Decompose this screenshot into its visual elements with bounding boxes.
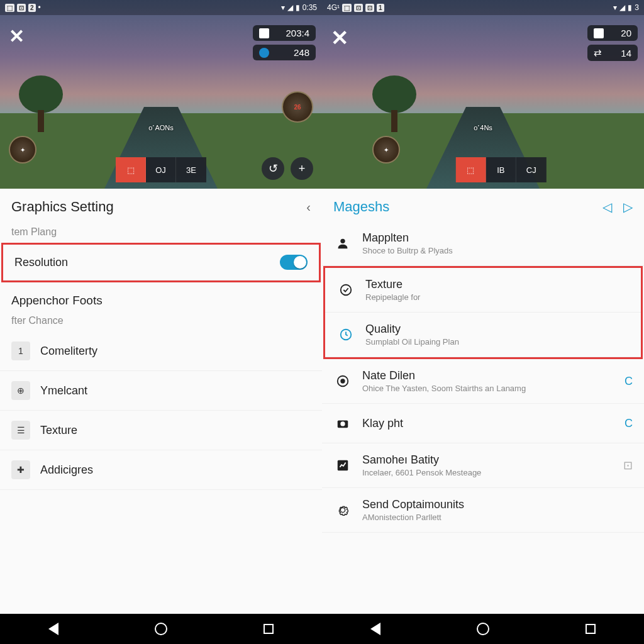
game-preview: ✕ 20 ⇄14 ✦ oʼ4Ns ⬚ IB CJ [322,0,644,189]
row-quality[interactable]: QualitySumplabl Oil Lipaing Plan [325,313,641,357]
hud-btn-3[interactable]: CJ [516,157,547,182]
status-right: ▾ ◢ ▮ 0:35 [281,3,317,12]
plus-icon: ✚ [11,460,30,479]
status-badge: ⊡ [354,4,363,12]
recent-button[interactable] [261,621,276,636]
row-send-copt[interactable]: Send CoptaimounitsAMonistection Parllett [322,488,644,533]
highlight-texture-quality: TextureRepipelagle for QualitySumplabl O… [323,266,643,359]
row-item[interactable]: ☰ Texture [0,411,322,450]
battery-icon: ▮ [628,3,632,12]
row-sub: Incelaer, 6601 Pensok Mesteage [362,468,613,477]
row-label: Mapplten [362,231,633,245]
hud-stat-2[interactable]: ⇄14 [587,45,638,61]
clock-icon [336,325,355,344]
status-badge: ⊡ [17,4,26,12]
game-preview: ✕ 203:4 248 26 ✦ oʼAONs ⬚ OJ 3E ↺ + [0,0,322,189]
hud-btn-3[interactable]: 3E [176,157,206,182]
row-label: Klay pht [362,417,614,430]
back-button[interactable] [46,621,61,636]
close-icon[interactable]: ✕ [331,25,348,50]
row-label: Nate Dilen [362,369,614,382]
row-item[interactable]: ⊕ Ymelcant [0,371,322,411]
back-icon[interactable]: ‹ [306,200,311,214]
home-button[interactable] [153,621,169,636]
settings-panel: Mageshs ◁ ▷ MappltenShoce to Bultrp & Pl… [322,189,644,614]
hud-stats: 203:4 248 [253,25,316,60]
wifi-icon: ▾ [613,3,617,12]
row-label: Comeliterty [40,345,311,358]
status-dot: • [38,3,41,12]
swap-icon: ⇄ [594,47,602,58]
row-nate-dilen[interactable]: Nate DilenOhice The Yasten, Soom Stairth… [322,359,644,404]
row-label: Resolution [14,256,270,269]
section-heading: Appenchor Foots [0,282,322,310]
hud-btn-2[interactable]: IB [486,157,516,182]
row-resolution[interactable]: Resolution [3,245,319,280]
row-samohe[interactable]: Samoheı BatityIncelaer, 6601 Pensok Mest… [322,443,644,488]
row-mappiten[interactable]: MappltenShoce to Bultrp & Plyads [322,221,644,266]
row-sub: Shoce to Bultrp & Plyads [362,246,633,255]
row-sub: Sumplabl Oil Lipaing Plan [365,337,630,347]
row-label: Texture [365,278,630,291]
list-icon: ☰ [11,421,30,440]
row-item[interactable]: 1 Comeliterty [0,331,322,371]
highlight-resolution: Resolution [1,243,321,282]
svg-point-6 [340,421,345,426]
chart-icon [333,456,352,475]
battery-icon: ▮ [296,3,300,12]
row-sub: Repipelagle for [365,292,630,302]
phone-left: ⬚ ⊡ 2 • ▾ ◢ ▮ 0:35 ✕ 203:4 248 26 ✦ oʼAO… [0,0,322,644]
hud-btn-1[interactable]: ⬚ [456,157,486,182]
svg-point-1 [341,285,352,296]
row-label: Texture [40,424,311,437]
row-label: Quality [365,323,630,336]
check-icon [336,280,355,299]
hud-plus-button[interactable]: + [291,157,313,180]
next-icon[interactable]: ▷ [623,199,633,214]
prev-icon[interactable]: ◁ [602,199,612,214]
section-label: tem Plang [0,221,322,243]
status-left: ⬚ ⊡ 2 • [5,3,41,12]
hud-stat-2[interactable]: 248 [253,45,316,60]
hud-rotate-button[interactable]: ↺ [262,157,284,180]
row-trailing: C [625,375,633,388]
svg-point-4 [341,379,345,383]
row-trailing: C [625,417,633,430]
row-klay-pht[interactable]: Klay pht C [322,404,644,443]
camera-icon [333,414,352,433]
panel-header: Graphics Setting ‹ [0,189,322,221]
hud-badge[interactable]: 26 [282,91,313,123]
row-sub: AMonistection Parllett [362,513,633,522]
row-item[interactable]: ✚ Addicigres [0,450,322,490]
svg-point-0 [340,239,345,243]
back-button[interactable] [368,621,383,636]
hud-center-label: oʼ4Ns [474,124,492,132]
hud-badge-left[interactable]: ✦ [372,136,400,164]
close-icon[interactable]: ✕ [9,25,25,47]
home-button[interactable] [475,621,491,636]
recent-button[interactable] [583,621,598,636]
wifi-icon: ▾ [281,3,285,12]
hud-badge-left[interactable]: ✦ [9,136,36,164]
settings-panel: Graphics Setting ‹ tem Plang Resolution … [0,189,322,614]
resolution-toggle[interactable] [280,255,308,270]
signal-icon: ◢ [619,3,625,12]
status-bar: ⬚ ⊡ 2 • ▾ ◢ ▮ 0:35 [0,0,322,15]
hud-stat-1[interactable]: 203:4 [253,25,316,41]
panel-title: Mageshs [333,199,389,215]
status-left: 4G¹ ⬚ ⊡ ⊡ 1 [327,3,384,12]
status-right: ▾ ◢ ▮ 3 [613,3,639,12]
gear-icon [333,501,352,519]
section-label: fter Chance [0,310,322,331]
row-label: Ymelcant [40,384,311,397]
person-icon [333,234,352,253]
hud-btn-1[interactable]: ⬚ [116,157,146,182]
row-label: Samoheı Batity [362,453,613,467]
panel-nav: ◁ ▷ [602,199,633,214]
android-nav-bar [322,614,644,644]
hud-center-label: oʼAONs [148,124,173,132]
hud-btn-2[interactable]: OJ [146,157,176,182]
status-bar: 4G¹ ⬚ ⊡ ⊡ 1 ▾ ◢ ▮ 3 [322,0,644,15]
hud-stat-1[interactable]: 20 [587,25,638,41]
row-texture[interactable]: TextureRepipelagle for [325,268,641,313]
